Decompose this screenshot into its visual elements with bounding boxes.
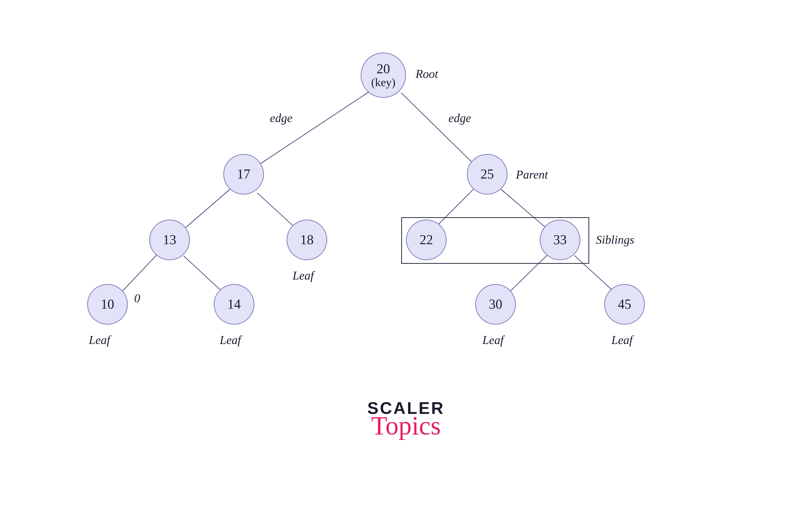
node-10: 10 (87, 284, 128, 325)
edge-13-10 (119, 254, 158, 295)
node-root: 20 (key) (361, 53, 406, 98)
node-30: 30 (475, 284, 516, 325)
edge-root-25 (401, 93, 477, 167)
node-30-value: 30 (489, 297, 502, 312)
tree-diagram: 20 (key) 17 25 13 18 22 33 10 14 30 45 R… (0, 0, 812, 507)
label-leaf-45: Leaf (611, 333, 633, 347)
node-22: 22 (406, 220, 447, 260)
node-45: 45 (604, 284, 645, 325)
label-leaf-30: Leaf (482, 333, 504, 347)
label-edge-right: edge (448, 111, 471, 125)
node-10-value: 10 (101, 297, 114, 312)
node-33: 33 (540, 220, 580, 260)
label-leaf-18: Leaf (292, 269, 314, 282)
node-root-sub: (key) (371, 76, 395, 89)
label-zero: 0 (134, 291, 140, 305)
node-14-value: 14 (227, 297, 241, 312)
node-13: 13 (149, 220, 190, 260)
node-13-value: 13 (163, 232, 176, 247)
label-siblings: Siblings (596, 233, 634, 246)
node-45-value: 45 (618, 297, 631, 312)
node-18: 18 (286, 220, 327, 260)
label-leaf-10: Leaf (89, 333, 110, 347)
edge-17-13 (182, 189, 230, 230)
label-leaf-14: Leaf (220, 333, 241, 347)
node-17: 17 (223, 154, 264, 194)
node-root-value: 20 (377, 62, 390, 76)
label-parent: Parent (516, 168, 548, 181)
node-25-value: 25 (481, 167, 494, 182)
logo-topics-text: Topics (367, 410, 445, 441)
edge-root-17 (255, 92, 369, 167)
node-33-value: 33 (553, 232, 567, 247)
node-14: 14 (214, 284, 254, 325)
node-25: 25 (467, 154, 507, 194)
label-edge-left: edge (270, 111, 292, 125)
node-22-value: 22 (420, 232, 433, 247)
node-18-value: 18 (300, 232, 314, 247)
label-root: Root (416, 67, 438, 81)
scaler-topics-logo: SCALER Topics (367, 399, 445, 441)
node-17-value: 17 (237, 167, 250, 182)
